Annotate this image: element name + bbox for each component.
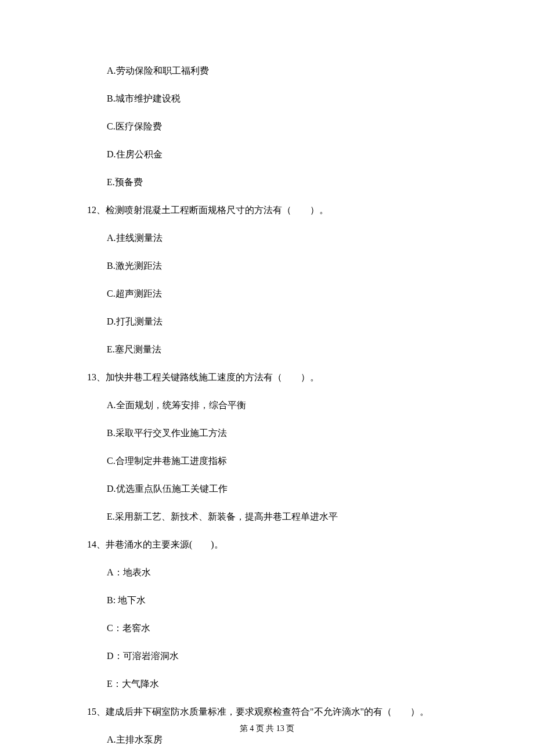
q15-option-a: A.主排水泵房 <box>107 733 447 747</box>
q11-option-e: E.预备费 <box>107 175 447 189</box>
q11-option-d: D.住房公积金 <box>107 147 447 161</box>
q12-option-c: C.超声测距法 <box>107 287 447 301</box>
q12-option-b: B.激光测距法 <box>107 259 447 273</box>
q13-option-a: A.全面规划，统筹安排，综合平衡 <box>107 398 447 412</box>
q14-stem: 14、井巷涌水的主要来源( )。 <box>87 538 447 552</box>
q14-option-c: C：老窖水 <box>107 621 447 635</box>
q12-option-e: E.塞尺测量法 <box>107 343 447 357</box>
q13-option-c: C.合理制定井巷施工进度指标 <box>107 454 447 468</box>
q11-option-c: C.医疗保险费 <box>107 120 447 134</box>
q13-option-e: E.采用新工艺、新技术、新装备，提高井巷工程单进水平 <box>107 510 447 524</box>
q12-option-d: D.打孔测量法 <box>107 315 447 329</box>
q12-stem: 12、检测喷射混凝土工程断面规格尺寸的方法有（ ）。 <box>87 203 447 217</box>
page-content: A.劳动保险和职工福利费 B.城市维护建设税 C.医疗保险费 D.住房公积金 E… <box>0 0 534 747</box>
q14-option-e: E：大气降水 <box>107 677 447 691</box>
q13-option-b: B.采取平行交叉作业施工方法 <box>107 426 447 440</box>
q14-option-b: B: 地下水 <box>107 593 447 607</box>
q15-stem: 15、建成后井下硐室防水质量标准，要求观察检查符合"不允许滴水"的有（ ）。 <box>87 705 447 719</box>
q11-option-a: A.劳动保险和职工福利费 <box>107 64 447 78</box>
q13-option-d: D.优选重点队伍施工关键工作 <box>107 482 447 496</box>
q12-option-a: A.挂线测量法 <box>107 231 447 245</box>
q14-option-a: A：地表水 <box>107 566 447 579</box>
q14-option-d: D：可溶岩溶洞水 <box>107 649 447 663</box>
q11-option-b: B.城市维护建设税 <box>107 92 447 106</box>
page-footer: 第 4 页 共 13 页 <box>0 723 534 734</box>
q13-stem: 13、加快井巷工程关键路线施工速度的方法有（ ）。 <box>87 370 447 384</box>
